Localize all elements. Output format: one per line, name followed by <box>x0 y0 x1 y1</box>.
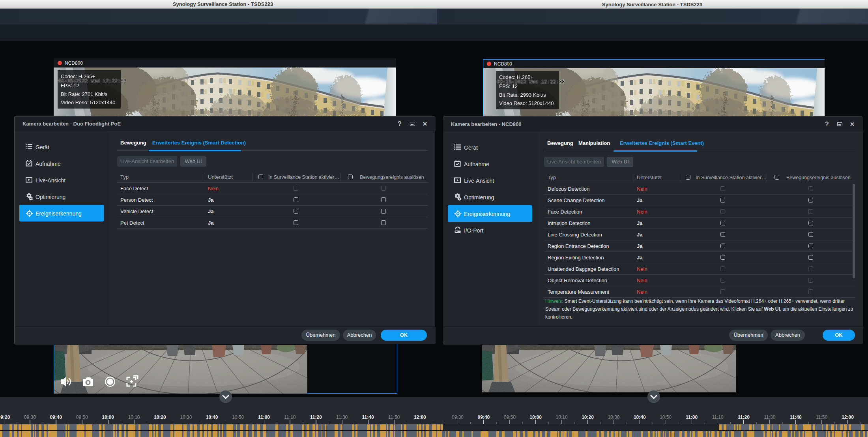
svg-text:Bit Rate: 2701 Kbit/s: Bit Rate: 2701 Kbit/s <box>61 91 108 97</box>
svg-text:Bit Rate: 2993 Kbit/s: Bit Rate: 2993 Kbit/s <box>499 92 546 98</box>
svg-text:FPS: 12: FPS: 12 <box>61 83 79 88</box>
svg-text:Video Reso: 5120x1440: Video Reso: 5120x1440 <box>61 99 116 105</box>
svg-text:Video Reso: 5120x1440: Video Reso: 5120x1440 <box>499 100 554 106</box>
svg-text:FPS: 12: FPS: 12 <box>499 83 518 89</box>
